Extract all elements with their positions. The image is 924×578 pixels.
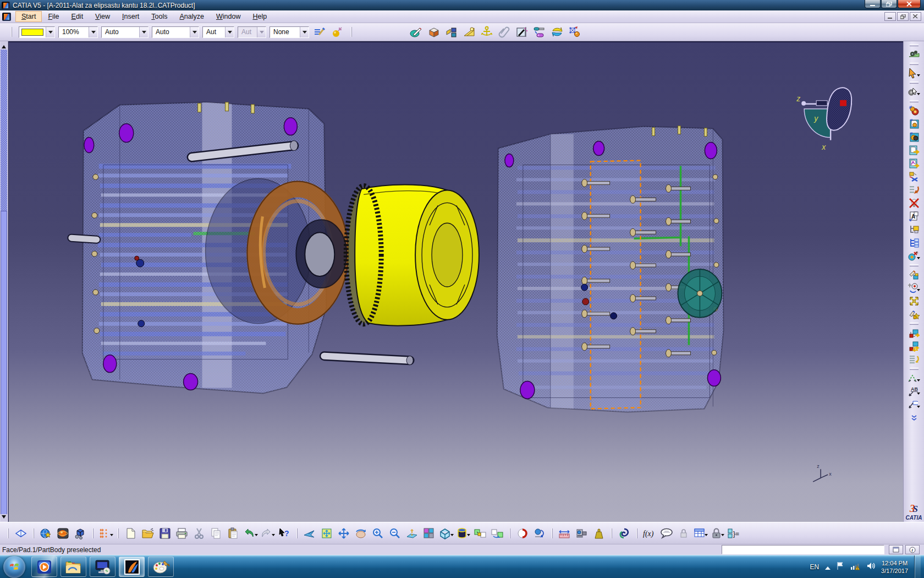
undo-icon[interactable]	[242, 525, 258, 542]
teal-disc[interactable]	[678, 269, 722, 318]
measure-inertia-icon[interactable]	[574, 525, 590, 542]
catalog-spiral-icon[interactable]	[616, 525, 632, 542]
help-cursor-icon[interactable]: ?	[276, 525, 293, 542]
multi-gears-icon[interactable]	[907, 104, 921, 117]
taskbar-computer-button[interactable]	[90, 557, 116, 577]
tree-node-icon[interactable]	[907, 223, 921, 236]
mesh-points-icon[interactable]	[568, 25, 582, 39]
book-icon[interactable]	[13, 525, 29, 542]
toolbar-grip[interactable]	[910, 323, 919, 325]
combo-arrow[interactable]	[190, 27, 199, 37]
toolbar-grip[interactable]	[910, 368, 919, 370]
power-input-field[interactable]	[722, 545, 884, 554]
copy-icon[interactable]	[208, 525, 224, 542]
measure-icon[interactable]	[557, 525, 573, 542]
paste-icon[interactable]	[225, 525, 241, 542]
broken-link-icon[interactable]	[907, 170, 921, 183]
close-button[interactable]	[898, 0, 921, 8]
toolbar-grip[interactable]	[910, 81, 919, 84]
redo-icon[interactable]	[259, 525, 276, 542]
zoom-out-icon[interactable]	[387, 525, 403, 542]
fit-all-icon[interactable]	[318, 525, 335, 542]
product-part[interactable]	[346, 184, 479, 325]
fly-icon[interactable]	[301, 525, 318, 542]
document-system-icon[interactable]	[2, 13, 11, 21]
render-sphere-icon[interactable]	[55, 525, 72, 542]
pen-box-icon[interactable]	[907, 268, 921, 281]
hide-show-icon[interactable]	[472, 525, 488, 542]
gear-multi-instance-icon[interactable]: n	[907, 249, 921, 263]
view-compass[interactable]: z y x	[796, 88, 852, 151]
numbering-icon[interactable]: A	[907, 210, 921, 223]
new-doc-icon[interactable]	[123, 525, 139, 542]
normal-view-icon[interactable]	[404, 525, 420, 542]
info-button[interactable]: i	[905, 545, 920, 554]
list-reorder-icon[interactable]	[907, 353, 921, 366]
show-desktop-button[interactable]	[914, 555, 921, 578]
translate-box-icon[interactable]	[907, 326, 921, 340]
accelerator-icon[interactable]	[514, 525, 531, 542]
toolbar-grip[interactable]	[33, 528, 34, 538]
line-weight-combo[interactable]: Auto	[101, 26, 148, 38]
swap-space-icon[interactable]	[489, 525, 505, 542]
fill-color-combo[interactable]	[19, 26, 55, 38]
point-symbol-combo[interactable]: Aut	[202, 26, 234, 38]
taskbar-catia-button[interactable]	[119, 557, 145, 577]
action-center-flag-icon[interactable]	[837, 561, 844, 572]
minimize-button[interactable]	[865, 0, 881, 8]
sketch-pen-icon[interactable]	[409, 25, 424, 39]
globe-star-icon[interactable]	[38, 525, 54, 542]
open-folder-icon[interactable]	[140, 525, 156, 542]
menu-tools[interactable]: Tools	[145, 11, 173, 22]
toolbar-grip[interactable]	[910, 44, 919, 46]
doc-export-icon[interactable]	[907, 144, 921, 157]
select-arrow-icon[interactable]	[907, 67, 921, 80]
transparency-combo[interactable]: 100%	[58, 26, 98, 38]
render-style-icon[interactable]	[455, 525, 471, 542]
zoom-in-icon[interactable]	[370, 525, 386, 542]
wizard-icon[interactable]	[330, 25, 344, 39]
toolbar-grip[interactable]	[552, 528, 553, 538]
restore-button[interactable]	[881, 0, 897, 8]
mdi-restore-button[interactable]	[897, 12, 909, 21]
menu-help[interactable]: Help	[246, 11, 273, 22]
painter-icon[interactable]	[312, 25, 327, 39]
move-arrows-icon[interactable]	[907, 295, 921, 308]
lock-small-icon[interactable]	[675, 525, 692, 542]
toolbar-grip[interactable]	[910, 264, 919, 266]
knowledge-bubble-icon[interactable]	[658, 525, 675, 542]
menu-file[interactable]: File	[42, 11, 65, 22]
tree-reorder-icon[interactable]	[907, 183, 921, 197]
print-icon[interactable]	[174, 525, 190, 542]
menu-start[interactable]: Start	[15, 11, 42, 22]
mdi-close-button[interactable]	[910, 12, 921, 21]
taskbar-paint-button[interactable]	[148, 557, 174, 577]
screwdriver-icon[interactable]	[532, 25, 547, 39]
mdi-minimize-button[interactable]	[884, 12, 896, 21]
right-mold-half[interactable]	[497, 126, 723, 412]
annotation-box-icon[interactable]	[515, 25, 529, 39]
anchor-icon[interactable]	[480, 25, 494, 39]
left-scroll-strip[interactable]	[0, 41, 8, 522]
menu-view[interactable]: View	[89, 11, 116, 22]
menu-edit[interactable]: Edit	[65, 11, 90, 22]
cut-icon[interactable]	[191, 525, 207, 542]
combo-arrow[interactable]	[46, 27, 54, 37]
network-warning-icon[interactable]	[850, 561, 860, 572]
pan-icon[interactable]	[336, 525, 352, 542]
line-type-combo[interactable]: Auto	[152, 26, 199, 38]
start-button[interactable]	[3, 556, 25, 578]
snap-gear-icon[interactable]	[907, 281, 921, 295]
combo-arrow[interactable]	[89, 27, 97, 37]
equivalent-dimensions-icon[interactable]: }=	[727, 525, 743, 542]
toolbar-grip[interactable]	[296, 528, 298, 538]
hide-component-icon[interactable]	[907, 197, 921, 210]
layer-combo[interactable]: None	[270, 26, 309, 38]
depth-effect-icon[interactable]	[531, 525, 548, 542]
language-indicator[interactable]: EN	[810, 563, 819, 571]
measure-between-icon[interactable]	[907, 372, 921, 385]
smart-move-icon[interactable]	[907, 308, 921, 321]
assemble-cubes-icon[interactable]	[444, 25, 459, 39]
flag-annotation-icon[interactable]	[907, 398, 921, 411]
taskbar-media-player-button[interactable]	[31, 557, 57, 577]
